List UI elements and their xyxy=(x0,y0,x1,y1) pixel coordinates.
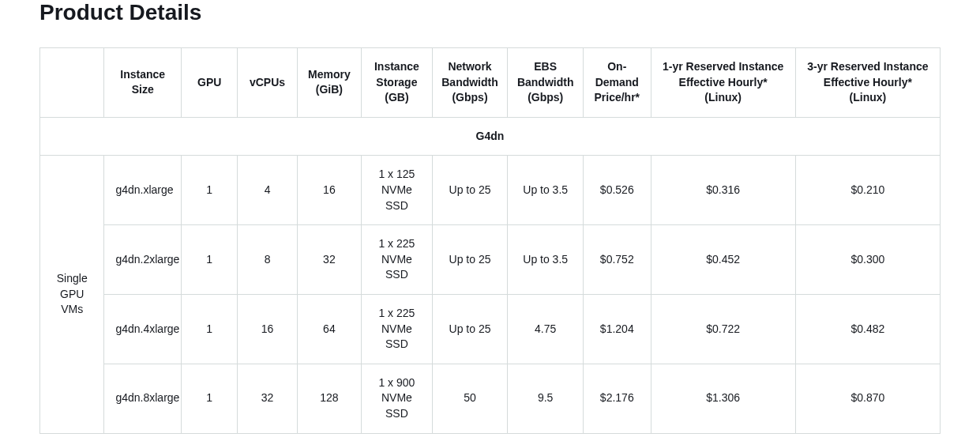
cell-memory: 16 xyxy=(297,156,361,225)
product-details-table: Instance Size GPU vCPUs Memory (GiB) Ins… xyxy=(39,47,941,434)
cell-instance-size: g4dn.2xlarge xyxy=(104,225,182,295)
cell-network: Up to 25 xyxy=(432,225,508,295)
cell-instance-size: g4dn.8xlarge xyxy=(104,364,182,433)
col-header-memory: Memory (GiB) xyxy=(297,48,361,118)
cell-network: 50 xyxy=(432,364,508,433)
cell-ondemand: $0.752 xyxy=(584,225,651,295)
table-row: g4dn.8xlarge 1 32 128 1 x 900 NVMe SSD 5… xyxy=(40,364,941,433)
cell-reserved-1yr: $0.722 xyxy=(651,294,795,364)
cell-instance-size: g4dn.xlarge xyxy=(104,156,182,225)
instance-family-label: G4dn xyxy=(40,117,941,156)
cell-ebs: Up to 3.5 xyxy=(508,156,584,225)
cell-gpu: 1 xyxy=(182,225,238,295)
cell-ebs: Up to 3.5 xyxy=(508,225,584,295)
cell-reserved-1yr: $0.316 xyxy=(651,156,795,225)
col-header-ebs: EBS Bandwidth (Gbps) xyxy=(508,48,584,118)
col-header-storage: Instance Storage (GB) xyxy=(362,48,433,118)
col-header-ondemand: On-Demand Price/hr* xyxy=(584,48,651,118)
cell-ondemand: $1.204 xyxy=(584,294,651,364)
table-row: g4dn.2xlarge 1 8 32 1 x 225 NVMe SSD Up … xyxy=(40,225,941,295)
cell-storage: 1 x 225 NVMe SSD xyxy=(362,225,433,295)
cell-memory: 64 xyxy=(297,294,361,364)
cell-ebs: 4.75 xyxy=(508,294,584,364)
col-header-gpu: GPU xyxy=(182,48,238,118)
cell-storage: 1 x 900 NVMe SSD xyxy=(362,364,433,433)
cell-vcpus: 32 xyxy=(238,364,297,433)
table-header-row: Instance Size GPU vCPUs Memory (GiB) Ins… xyxy=(40,48,941,118)
cell-gpu: 1 xyxy=(182,156,238,225)
col-header-rowgroup xyxy=(40,48,104,118)
page-title: Product Details xyxy=(39,0,941,25)
cell-storage: 1 x 225 NVMe SSD xyxy=(362,294,433,364)
cell-gpu: 1 xyxy=(182,364,238,433)
cell-reserved-3yr: $0.482 xyxy=(795,294,940,364)
cell-ebs: 9.5 xyxy=(508,364,584,433)
cell-vcpus: 16 xyxy=(238,294,297,364)
cell-ondemand: $0.526 xyxy=(584,156,651,225)
cell-reserved-3yr: $0.210 xyxy=(795,156,940,225)
col-header-reserved-3yr: 3-yr Reserved Instance Effective Hourly*… xyxy=(795,48,940,118)
cell-reserved-3yr: $0.870 xyxy=(795,364,940,433)
cell-memory: 128 xyxy=(297,364,361,433)
cell-network: Up to 25 xyxy=(432,156,508,225)
table-row: g4dn.4xlarge 1 16 64 1 x 225 NVMe SSD Up… xyxy=(40,294,941,364)
cell-reserved-1yr: $0.452 xyxy=(651,225,795,295)
cell-vcpus: 8 xyxy=(238,225,297,295)
instance-family-row: G4dn xyxy=(40,117,941,156)
col-header-vcpus: vCPUs xyxy=(238,48,297,118)
row-group-label: Single GPU VMs xyxy=(40,156,104,433)
cell-reserved-3yr: $0.300 xyxy=(795,225,940,295)
col-header-reserved-1yr: 1-yr Reserved Instance Effective Hourly*… xyxy=(651,48,795,118)
cell-memory: 32 xyxy=(297,225,361,295)
cell-ondemand: $2.176 xyxy=(584,364,651,433)
cell-gpu: 1 xyxy=(182,294,238,364)
cell-reserved-1yr: $1.306 xyxy=(651,364,795,433)
col-header-instance-size: Instance Size xyxy=(104,48,182,118)
table-row: Single GPU VMs g4dn.xlarge 1 4 16 1 x 12… xyxy=(40,156,941,225)
cell-vcpus: 4 xyxy=(238,156,297,225)
cell-storage: 1 x 125 NVMe SSD xyxy=(362,156,433,225)
cell-instance-size: g4dn.4xlarge xyxy=(104,294,182,364)
col-header-network: Network Bandwidth (Gbps) xyxy=(432,48,508,118)
cell-network: Up to 25 xyxy=(432,294,508,364)
